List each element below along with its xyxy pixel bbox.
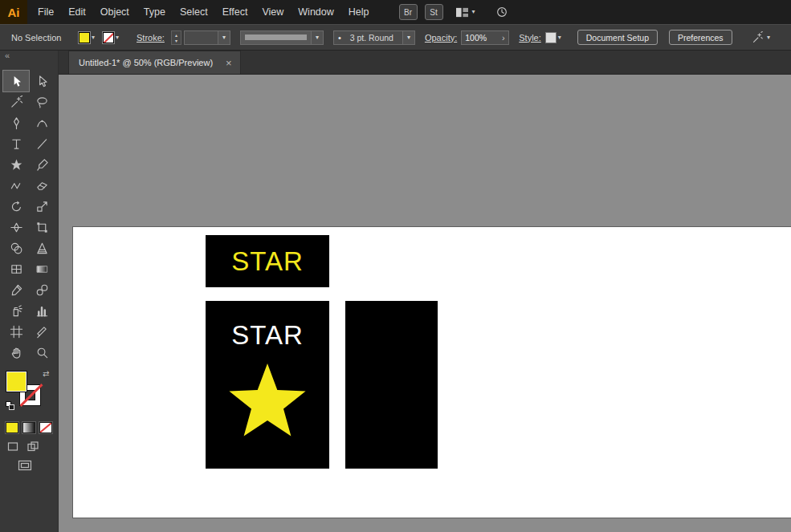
direct-selection-tool[interactable] [29,71,55,91]
curvature-tool[interactable] [29,112,55,133]
menu-edit[interactable]: Edit [61,0,93,24]
graphic-style-picker[interactable]: ▾ [545,32,561,43]
stroke-width-stepper[interactable]: ▴ ▾ [171,30,181,45]
chevron-down-icon[interactable]: ▾ [116,35,119,41]
perspective-grid-icon [35,242,49,255]
pen-tool[interactable] [3,112,29,133]
opacity-field[interactable]: › [461,30,509,45]
menu-effect[interactable]: Effect [215,0,255,24]
zoom-tool[interactable] [29,342,55,363]
type-tool[interactable] [3,133,29,154]
close-tab-icon[interactable]: × [226,58,232,68]
chevron-down-icon[interactable]: ▾ [218,31,230,44]
selection-status: No Selection [11,33,72,43]
hand-tool[interactable] [3,342,29,363]
artboard[interactable]: STAR STAR [73,227,791,518]
none-button[interactable] [39,422,52,433]
menu-file[interactable]: File [31,0,61,24]
star-shape[interactable] [226,362,309,445]
chevron-down-icon: ▾ [472,9,475,15]
chevron-down-icon[interactable]: ▾ [402,31,414,44]
gradient-button[interactable] [22,422,35,433]
collapse-toolbar-button[interactable]: « [0,51,58,62]
stroke-color-picker[interactable]: ▾ [103,32,119,43]
line-segment-icon [35,137,49,151]
selection-tool[interactable] [3,71,29,91]
star-poster-text: STAR [206,320,329,351]
star-tool[interactable] [3,154,29,175]
stock-button[interactable]: St [425,4,443,20]
fill-indicator[interactable] [6,371,27,392]
select-similar-button[interactable]: ▾ [751,31,770,44]
chevron-down-icon[interactable]: ▾ [311,31,323,44]
column-graph-tool[interactable] [29,300,55,321]
opacity-panel-link[interactable]: Opacity: [425,33,457,43]
symbol-sprayer-tool[interactable] [3,300,29,321]
menu-help[interactable]: Help [341,0,377,24]
width-profile-select[interactable]: ▾ [240,30,324,45]
perspective-grid-tool[interactable] [29,238,55,258]
menu-type[interactable]: Type [137,0,173,24]
paintbrush-tool[interactable] [29,154,55,175]
mesh-tool[interactable] [3,258,29,279]
change-screen-mode-button[interactable] [18,460,58,471]
rotate-tool[interactable] [3,196,29,217]
preferences-button[interactable]: Preferences [669,30,732,45]
width-tool[interactable] [3,217,29,238]
stepper-up-icon[interactable]: ▴ [175,32,177,38]
slice-tool[interactable] [29,321,55,342]
brush-select[interactable]: • 3 pt. Round ▾ [333,30,415,45]
arrange-documents-icon [455,6,469,18]
lasso-tool[interactable] [29,91,55,112]
color-button[interactable] [6,422,18,433]
arrange-documents-button[interactable]: ▾ [455,6,475,18]
direct-selection-icon [35,75,49,88]
chevron-down-icon[interactable]: ▾ [92,35,95,41]
default-stroke-mini [9,404,14,410]
menu-select[interactable]: Select [173,0,215,24]
star-poster-rect[interactable]: STAR [206,301,329,469]
gradient-icon [35,262,49,276]
shape-builder-tool[interactable] [3,238,29,258]
line-segment-tool[interactable] [29,133,55,154]
fill-color-picker[interactable]: ▾ [79,32,95,43]
stroke-panel-link[interactable]: Stroke: [137,33,165,43]
free-transform-tool[interactable] [29,217,55,238]
swap-fill-stroke-icon[interactable]: ⇄ [43,369,49,378]
bridge-button[interactable]: Br [399,4,418,20]
fill-swatch[interactable] [79,32,90,43]
eyedropper-tool[interactable] [3,279,29,300]
rotate-view-button[interactable] [495,6,508,18]
document-setup-button[interactable]: Document Setup [577,30,658,45]
opacity-menu-icon[interactable]: › [498,33,508,43]
scale-tool[interactable] [29,196,55,217]
gradient-tool[interactable] [29,258,55,279]
menu-window[interactable]: Window [291,0,340,24]
paintbrush-icon [35,158,49,172]
eraser-tool[interactable] [29,175,55,196]
toolbar-panel: « ⇄ [0,51,59,532]
graphic-style-swatch [545,32,557,43]
menu-object[interactable]: Object [93,0,137,24]
shaper-tool[interactable] [3,175,29,196]
draw-normal-button[interactable] [7,441,18,452]
style-panel-link[interactable]: Style: [519,33,541,43]
chevron-down-icon[interactable]: ▾ [767,35,770,41]
opacity-input[interactable] [462,31,498,44]
selection-icon [10,75,23,88]
draw-behind-button[interactable] [27,441,39,452]
star-banner-rect[interactable]: STAR [206,235,329,287]
magic-wand-tool[interactable] [3,91,29,112]
chevron-down-icon[interactable]: ▾ [558,35,561,41]
stroke-width-select[interactable]: ▾ [184,30,230,45]
canvas[interactable]: STAR STAR [59,75,791,532]
stepper-down-icon[interactable]: ▾ [175,38,177,43]
blend-tool[interactable] [29,279,55,300]
artboard-tool[interactable] [3,321,29,342]
menu-view[interactable]: View [255,0,291,24]
default-fill-stroke-icon[interactable] [6,401,16,412]
stroke-swatch[interactable] [103,32,114,43]
document-tab[interactable]: Untitled-1* @ 50% (RGB/Preview) × [68,51,241,74]
column-graph-icon [35,304,49,318]
black-rect[interactable] [345,301,438,469]
